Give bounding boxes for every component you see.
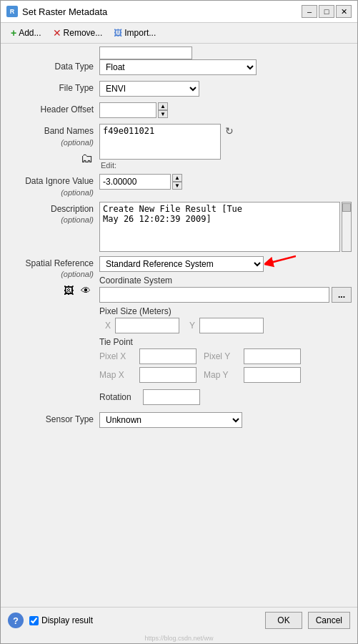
file-type-control: ENVI GeoTIFF HDF: [99, 81, 352, 97]
ignore-val-input-group: ▲ ▼: [99, 174, 182, 190]
description-input-area: Create New File Result [Tue May 26 12:02…: [99, 202, 352, 252]
pixel-y-input[interactable]: [199, 318, 264, 333]
tie-pixel-y-label: Pixel Y: [204, 351, 239, 361]
tie-pixel-x-label: Pixel X: [99, 351, 135, 361]
header-offset-input[interactable]: 0: [99, 102, 156, 118]
spatial-icon2-button[interactable]: 👁: [78, 283, 94, 298]
tie-point-section: Tie Point Pixel X Pixel Y Map X Map Y: [99, 337, 352, 386]
coord-system-input[interactable]: [99, 287, 329, 303]
eye-icon: 👁: [81, 285, 91, 296]
data-ignore-label: Data Ignore Value (optional): [6, 174, 99, 197]
map-y-label: Map Y: [204, 370, 239, 380]
spatial-ref-select[interactable]: Standard Reference System Custom None: [99, 256, 264, 272]
top-clip-input[interactable]: [99, 47, 192, 59]
add-icon: +: [11, 27, 16, 39]
spatial-icon1-button[interactable]: 🖼: [61, 283, 76, 298]
tie-point-row1: Pixel X Pixel Y: [99, 348, 352, 364]
data-type-select[interactable]: Float Byte Integer Long Double: [99, 59, 257, 75]
add-button[interactable]: + Add...: [6, 26, 46, 40]
pixel-size-section: Pixel Size (Meters) X Y: [99, 306, 352, 333]
tie-pixel-x-input[interactable]: [139, 348, 197, 364]
form-area: Data Type Float Byte Integer Long Double…: [1, 44, 357, 454]
description-textarea[interactable]: Create New File Result [Tue May 26 12:02…: [99, 202, 340, 252]
map-x-label: Map X: [99, 370, 135, 380]
spin-up[interactable]: ▲: [158, 102, 168, 110]
window-title: Set Raster Metadata: [22, 6, 297, 17]
spatial-reference-label: Spatial Reference (optional) 🖼 👁: [6, 256, 99, 298]
ignore-spin-down[interactable]: ▼: [172, 182, 182, 190]
rotation-input[interactable]: [143, 389, 200, 405]
data-type-row: Data Type Float Byte Integer Long Double: [6, 59, 352, 77]
data-ignore-input[interactable]: [99, 174, 171, 190]
remove-label: Remove...: [64, 28, 103, 38]
description-scrollbar[interactable]: [342, 202, 352, 252]
pixel-x-input[interactable]: [115, 318, 179, 333]
title-bar: R Set Raster Metadata – □ ✕: [1, 1, 357, 23]
pixel-x-label: X: [99, 321, 111, 331]
map-y-input[interactable]: [244, 367, 301, 383]
main-window: R Set Raster Metadata – □ ✕ + Add... ✕ R…: [0, 0, 358, 644]
band-names-textarea[interactable]: f49e011021: [99, 124, 221, 160]
band-names-label: Band Names (optional) 🗂: [6, 124, 99, 167]
content-area: Data Type Float Byte Integer Long Double…: [1, 44, 357, 607]
tie-point-label: Tie Point: [99, 337, 352, 347]
ellipsis-button[interactable]: ...: [332, 287, 352, 303]
top-clip-row: [6, 47, 352, 59]
svg-line-1: [268, 256, 296, 263]
add-label: Add...: [19, 28, 41, 38]
map-x-input[interactable]: [139, 367, 197, 383]
display-result-label: Display result: [41, 615, 93, 625]
pixel-size-label: Pixel Size (Meters): [99, 306, 352, 316]
window-controls: – □ ✕: [302, 5, 352, 18]
rotation-label: Rotation: [99, 392, 139, 402]
rotation-row: Rotation: [99, 389, 200, 405]
red-arrow-dropdown: [264, 250, 296, 274]
pixel-size-input-row: X Y: [99, 318, 352, 333]
header-offset-row: Header Offset 0 ▲ ▼: [6, 102, 352, 119]
spin-down[interactable]: ▼: [158, 110, 168, 118]
ok-button[interactable]: OK: [265, 612, 302, 629]
coord-system-section: Coordinate System: [99, 275, 352, 303]
header-offset-label: Header Offset: [6, 102, 99, 116]
remove-button[interactable]: ✕ Remove...: [49, 26, 107, 40]
help-label: ?: [13, 615, 19, 626]
import-button[interactable]: 🖼 Import...: [109, 26, 160, 39]
maximize-button[interactable]: □: [319, 5, 334, 18]
sensor-type-label: Sensor Type: [6, 412, 99, 426]
file-type-select[interactable]: ENVI GeoTIFF HDF: [99, 81, 199, 97]
folder-icon: 🗂: [81, 151, 94, 165]
coord-system-input-row: ...: [99, 287, 352, 303]
data-type-control: Float Byte Integer Long Double: [99, 59, 352, 75]
sensor-type-row: Sensor Type Unknown MODIS Landsat Sentin…: [6, 412, 352, 429]
sensor-type-select[interactable]: Unknown MODIS Landsat Sentinel: [99, 412, 242, 428]
pixel-y-label: Y: [184, 321, 195, 331]
ignore-spin-up[interactable]: ▲: [172, 174, 182, 182]
help-button[interactable]: ?: [8, 613, 24, 628]
description-row: Description (optional) Create New File R…: [6, 202, 352, 252]
minimize-button[interactable]: –: [302, 5, 317, 18]
tie-pixel-y-input[interactable]: [244, 348, 301, 364]
toolbar: + Add... ✕ Remove... 🖼 Import...: [1, 23, 357, 44]
header-offset-control: 0 ▲ ▼: [99, 102, 352, 118]
data-ignore-spinner: ▲ ▼: [172, 174, 182, 190]
edit-label: Edit:: [99, 161, 116, 170]
sensor-type-control: Unknown MODIS Landsat Sentinel: [99, 412, 352, 428]
import-icon: 🖼: [114, 28, 122, 38]
display-result-checkbox[interactable]: [29, 616, 39, 625]
data-ignore-row: Data Ignore Value (optional) ▲ ▼: [6, 174, 352, 197]
coord-system-label: Coordinate System: [99, 275, 352, 286]
band-names-input-row: f49e011021 ↻: [99, 124, 237, 160]
window-icon: R: [6, 6, 18, 17]
cancel-button[interactable]: Cancel: [308, 612, 350, 629]
data-ignore-control: ▲ ▼: [99, 174, 352, 190]
refresh-button[interactable]: ↻: [222, 124, 237, 138]
footer-bar: ? Display result OK Cancel: [1, 607, 357, 633]
import-label: Import...: [124, 28, 156, 38]
close-button[interactable]: ✕: [336, 5, 352, 18]
watermark: https://blog.csdn.net/ww: [1, 633, 357, 643]
band-names-control: f49e011021 ↻ Edit:: [99, 124, 352, 170]
spatial-dropdown-container: Standard Reference System Custom None: [99, 256, 264, 272]
tie-point-row2: Map X Map Y: [99, 367, 352, 383]
map-icon: 🖼: [64, 285, 74, 296]
remove-icon: ✕: [53, 27, 61, 39]
